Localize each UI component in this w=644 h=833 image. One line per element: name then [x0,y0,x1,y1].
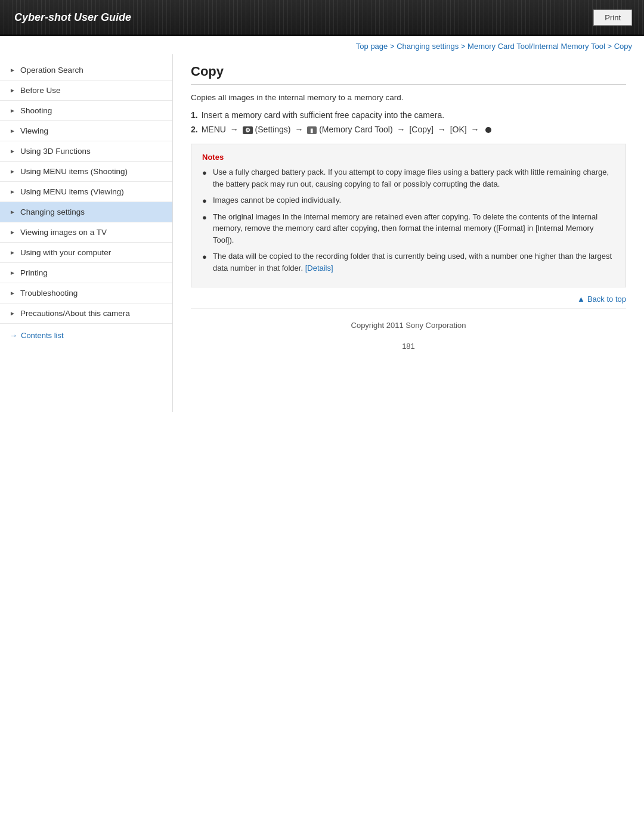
copyright-text: Copyright 2011 Sony Corporation [351,321,466,330]
breadcrumb-changing-settings[interactable]: Changing settings [397,42,459,51]
breadcrumb: Top page > Changing settings > Memory Ca… [0,36,644,54]
bullet-icon: ● [202,196,208,205]
breadcrumb-memory-card-tool[interactable]: Memory Card Tool/Internal Memory Tool [467,42,605,51]
sidebar-item-menu-shooting[interactable]: ► Using MENU items (Shooting) [0,162,172,182]
back-to-top-link[interactable]: ▲ Back to top [577,295,626,304]
contents-list-link[interactable]: → Contents list [0,324,172,347]
print-button[interactable]: Print [593,10,632,26]
step-1-number: 1. [191,110,198,120]
chevron-right-icon: ► [10,229,16,236]
sidebar-item-viewing[interactable]: ► Viewing [0,121,172,141]
chevron-right-icon: ► [10,310,16,317]
arrow-right-icon: → [10,331,17,340]
bullet-icon: ● [202,213,208,222]
step-2-text: MENU → ⚙ (Settings) → ▮ (Memory Card Too… [202,125,492,134]
note-item-3: ● The original images in the internal me… [202,211,615,246]
sidebar-item-operation-search[interactable]: ► Operation Search [0,60,172,80]
back-to-top-row: ▲ Back to top [191,287,626,308]
app-title: Cyber-shot User Guide [0,11,131,24]
sidebar-item-before-use[interactable]: ► Before Use [0,80,172,101]
chevron-right-icon: ► [10,249,16,256]
sidebar-item-shooting[interactable]: ► Shooting [0,101,172,121]
chevron-right-icon: ► [10,148,16,154]
breadcrumb-top-page[interactable]: Top page [356,42,388,51]
page-title: Copy [191,64,626,85]
note-text-3: The original images in the internal memo… [213,211,615,246]
chevron-right-icon: ► [10,87,16,94]
chevron-right-icon: ► [10,270,16,276]
bullet-icon: ● [202,168,208,177]
chevron-right-icon: ► [10,67,16,73]
notes-section: Notes ● Use a fully charged battery pack… [191,144,626,287]
step-1: 1. Insert a memory card with sufficient … [191,110,626,120]
note-text-1: Use a fully charged battery pack. If you… [213,166,615,190]
sidebar-item-using-3d[interactable]: ► Using 3D Functions [0,141,172,162]
notes-label: Notes [202,153,615,162]
note-item-1: ● Use a fully charged battery pack. If y… [202,166,615,190]
sidebar-item-printing[interactable]: ► Printing [0,263,172,283]
ok-bullet-icon [485,127,491,133]
bullet-icon: ● [202,252,208,261]
chevron-right-icon: ► [10,188,16,195]
sidebar-item-menu-viewing[interactable]: ► Using MENU items (Viewing) [0,182,172,202]
page-number: 181 [191,336,626,357]
content-area: Copy Copies all images in the internal m… [173,54,644,368]
chevron-right-icon: ► [10,168,16,175]
breadcrumb-copy[interactable]: Copy [614,42,632,51]
intro-text: Copies all images in the internal memory… [191,93,626,102]
memory-card-icon: ▮ [307,126,317,134]
chevron-right-icon: ► [10,107,16,114]
main-layout: ► Operation Search ► Before Use ► Shooti… [0,54,644,412]
details-link[interactable]: [Details] [305,264,333,272]
step-2: 2. MENU → ⚙ (Settings) → ▮ (Memory Card … [191,125,626,134]
note-text-4: The data will be copied to the recording… [213,250,615,274]
step-1-text: Insert a memory card with sufficient fre… [202,110,444,120]
sidebar-item-viewing-tv[interactable]: ► Viewing images on a TV [0,222,172,243]
note-text-2: Images cannot be copied individually. [213,194,615,206]
footer: Copyright 2011 Sony Corporation [191,308,626,336]
sidebar: ► Operation Search ► Before Use ► Shooti… [0,54,173,412]
chevron-right-icon: ► [10,290,16,296]
step-2-number: 2. [191,125,198,134]
sidebar-item-precautions[interactable]: ► Precautions/About this camera [0,304,172,324]
settings-icon: ⚙ [243,126,253,134]
sidebar-item-using-computer[interactable]: ► Using with your computer [0,243,172,263]
chevron-right-icon: ► [10,209,16,215]
sidebar-item-changing-settings[interactable]: ► Changing settings [0,202,172,222]
note-item-2: ● Images cannot be copied individually. [202,194,615,206]
sidebar-item-troubleshooting[interactable]: ► Troubleshooting [0,283,172,304]
note-item-4: ● The data will be copied to the recordi… [202,250,615,274]
header: Cyber-shot User Guide Print [0,0,644,36]
triangle-up-icon: ▲ [577,295,585,304]
chevron-right-icon: ► [10,128,16,134]
